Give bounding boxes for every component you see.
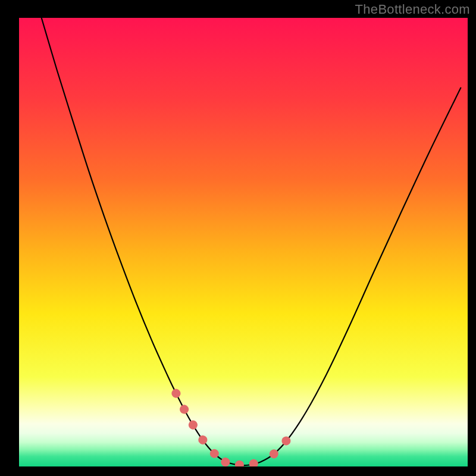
chart-svg bbox=[19, 18, 468, 466]
gradient-background bbox=[19, 18, 468, 466]
watermark-text: TheBottleneck.com bbox=[355, 2, 470, 17]
plot-area bbox=[19, 18, 468, 466]
chart-frame: TheBottleneck.com bbox=[0, 0, 476, 476]
